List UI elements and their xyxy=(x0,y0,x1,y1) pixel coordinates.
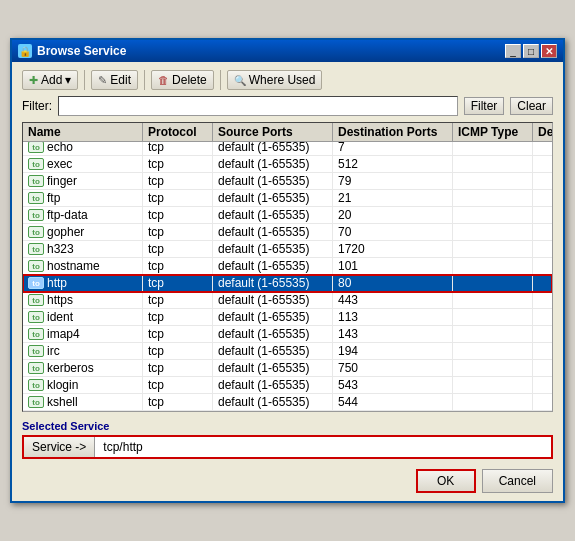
table-row[interactable]: toechotcpdefault (1-65535)7 xyxy=(23,142,552,156)
cell-desc xyxy=(533,142,552,155)
cell-dest-ports: 1720 xyxy=(333,241,453,257)
service-row-icon: to xyxy=(28,192,44,204)
table-row[interactable]: toh323tcpdefault (1-65535)1720 xyxy=(23,241,552,258)
cell-protocol: tcp xyxy=(143,275,213,291)
cell-protocol: tcp xyxy=(143,326,213,342)
cell-icmp xyxy=(453,377,533,393)
separator-1 xyxy=(84,70,85,90)
cell-protocol: tcp xyxy=(143,343,213,359)
service-row-icon: to xyxy=(28,209,44,221)
delete-label: Delete xyxy=(172,73,207,87)
ok-button[interactable]: OK xyxy=(416,469,476,493)
cell-icmp xyxy=(453,292,533,308)
cell-dest-ports: 544 xyxy=(333,394,453,410)
filter-button[interactable]: Filter xyxy=(464,97,505,115)
cell-name: toh323 xyxy=(23,241,143,257)
cell-name: toklogin xyxy=(23,377,143,393)
cell-protocol: tcp xyxy=(143,190,213,206)
cell-dest-ports: 70 xyxy=(333,224,453,240)
cell-icmp xyxy=(453,394,533,410)
cell-desc xyxy=(533,224,552,240)
table-row[interactable]: toklogintcpdefault (1-65535)543 xyxy=(23,377,552,394)
table-row[interactable]: toimap4tcpdefault (1-65535)143 xyxy=(23,326,552,343)
table-row[interactable]: tohttptcpdefault (1-65535)80 xyxy=(23,275,552,292)
cell-source-ports: default (1-65535) xyxy=(213,207,333,223)
cell-source-ports: default (1-65535) xyxy=(213,190,333,206)
delete-icon: 🗑 xyxy=(158,74,169,86)
cell-icmp xyxy=(453,309,533,325)
cell-desc xyxy=(533,377,552,393)
cell-name: toident xyxy=(23,309,143,325)
cell-icmp xyxy=(453,156,533,172)
service-row-icon: to xyxy=(28,277,44,289)
cell-dest-ports: 101 xyxy=(333,258,453,274)
service-row-icon: to xyxy=(28,243,44,255)
add-icon: ✚ xyxy=(29,74,38,87)
table-row[interactable]: tohostnametcpdefault (1-65535)101 xyxy=(23,258,552,275)
cell-dest-ports: 7 xyxy=(333,142,453,155)
cell-protocol: tcp xyxy=(143,224,213,240)
table-row[interactable]: toftp-datatcpdefault (1-65535)20 xyxy=(23,207,552,224)
cell-desc xyxy=(533,173,552,189)
cell-name: tohostname xyxy=(23,258,143,274)
cell-protocol: tcp xyxy=(143,241,213,257)
table-row[interactable]: togophertcpdefault (1-65535)70 xyxy=(23,224,552,241)
cell-protocol: tcp xyxy=(143,173,213,189)
cell-dest-ports: 113 xyxy=(333,309,453,325)
add-label: Add xyxy=(41,73,62,87)
cell-icmp xyxy=(453,241,533,257)
col-icmp: ICMP Type xyxy=(453,123,533,141)
cell-source-ports: default (1-65535) xyxy=(213,309,333,325)
title-bar: 🔒 Browse Service _ □ ✕ xyxy=(12,40,563,62)
cell-icmp xyxy=(453,190,533,206)
cell-desc xyxy=(533,241,552,257)
cancel-button[interactable]: Cancel xyxy=(482,469,553,493)
window-title: Browse Service xyxy=(37,44,126,58)
filter-row: Filter: Filter Clear xyxy=(22,96,553,116)
cell-icmp xyxy=(453,142,533,155)
cell-name: tokerberos xyxy=(23,360,143,376)
table-header: Name Protocol Source Ports Destination P… xyxy=(23,123,552,142)
cell-dest-ports: 21 xyxy=(333,190,453,206)
table-row[interactable]: tohttpstcpdefault (1-65535)443 xyxy=(23,292,552,309)
edit-button[interactable]: ✎ Edit xyxy=(91,70,138,90)
table-row[interactable]: toexectcpdefault (1-65535)512 xyxy=(23,156,552,173)
where-used-icon: 🔍 xyxy=(234,75,246,86)
clear-button[interactable]: Clear xyxy=(510,97,553,115)
table-row[interactable]: tokshelltcpdefault (1-65535)544 xyxy=(23,394,552,411)
delete-button[interactable]: 🗑 Delete xyxy=(151,70,214,90)
filter-input[interactable] xyxy=(58,96,458,116)
cell-name: toecho xyxy=(23,142,143,155)
service-arrow-button[interactable]: Service -> xyxy=(24,437,95,457)
cell-source-ports: default (1-65535) xyxy=(213,142,333,155)
add-button[interactable]: ✚ Add ▾ xyxy=(22,70,78,90)
where-used-button[interactable]: 🔍 Where Used xyxy=(227,70,323,90)
cell-dest-ports: 512 xyxy=(333,156,453,172)
close-button[interactable]: ✕ xyxy=(541,44,557,58)
cell-icmp xyxy=(453,207,533,223)
service-table: Name Protocol Source Ports Destination P… xyxy=(22,122,553,412)
minimize-button[interactable]: _ xyxy=(505,44,521,58)
table-body: toctiqbetcpdefault (1-65535)2748todaytim… xyxy=(23,142,552,411)
maximize-button[interactable]: □ xyxy=(523,44,539,58)
service-row-icon: to xyxy=(28,260,44,272)
cell-desc xyxy=(533,275,552,291)
cell-desc xyxy=(533,207,552,223)
col-dest-ports: Destination Ports xyxy=(333,123,453,141)
cell-protocol: tcp xyxy=(143,258,213,274)
table-row[interactable]: toirctcpdefault (1-65535)194 xyxy=(23,343,552,360)
table-row[interactable]: tofingertcpdefault (1-65535)79 xyxy=(23,173,552,190)
table-row[interactable]: toftptcpdefault (1-65535)21 xyxy=(23,190,552,207)
table-row[interactable]: tokerberostcpdefault (1-65535)750 xyxy=(23,360,552,377)
cell-dest-ports: 443 xyxy=(333,292,453,308)
cell-source-ports: default (1-65535) xyxy=(213,241,333,257)
cell-source-ports: default (1-65535) xyxy=(213,326,333,342)
cell-name: tohttp xyxy=(23,275,143,291)
cell-name: toirc xyxy=(23,343,143,359)
table-row[interactable]: toidenttcpdefault (1-65535)113 xyxy=(23,309,552,326)
cell-dest-ports: 543 xyxy=(333,377,453,393)
cell-protocol: tcp xyxy=(143,360,213,376)
edit-label: Edit xyxy=(110,73,131,87)
cell-name: toftp xyxy=(23,190,143,206)
cell-name: tofinger xyxy=(23,173,143,189)
